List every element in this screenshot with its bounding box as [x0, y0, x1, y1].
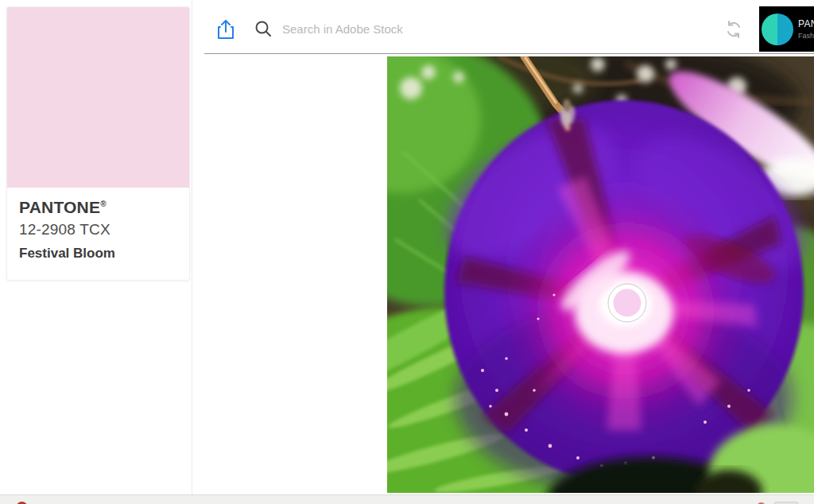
pantone-color-name: Festival Bloom — [19, 246, 177, 262]
palette-avatar — [762, 14, 793, 45]
color-picker-loupe — [608, 284, 646, 322]
badge-text: PAN Fash — [798, 18, 814, 40]
profile-badge[interactable]: PAN Fash — [759, 6, 814, 52]
picker-sample — [611, 287, 643, 319]
color-swatch — [7, 7, 189, 188]
search-icon — [254, 20, 272, 37]
pantone-code: 12-2908 TCX — [19, 221, 177, 238]
badge-title: PAN — [798, 18, 814, 29]
photo-canvas[interactable] — [387, 56, 814, 493]
flower-photo — [387, 56, 814, 493]
search-field[interactable] — [254, 14, 700, 43]
registered-mark: ® — [100, 200, 107, 208]
sidebar-divider — [192, 0, 192, 494]
topbar-divider — [204, 53, 814, 54]
badge-subtitle: Fash — [798, 32, 814, 40]
avatar-right-half — [777, 14, 793, 45]
pantone-brand: PANTONE® — [19, 198, 177, 217]
top-bar: PAN Fash — [192, 0, 814, 53]
pantone-color-card[interactable]: PANTONE® 12-2908 TCX Festival Bloom — [6, 6, 190, 281]
refresh-sync-icon[interactable] — [724, 20, 743, 39]
search-input[interactable] — [282, 22, 664, 36]
bottom-bar — [0, 494, 814, 504]
pantone-card-text: PANTONE® 12-2908 TCX Festival Bloom — [7, 188, 189, 262]
share-export-icon[interactable] — [216, 19, 235, 40]
sidebar: PANTONE® 12-2908 TCX Festival Bloom — [0, 0, 192, 494]
avatar-left-half — [762, 14, 777, 45]
app-window: PANTONE® 12-2908 TCX Festival Bloom — [0, 0, 814, 504]
